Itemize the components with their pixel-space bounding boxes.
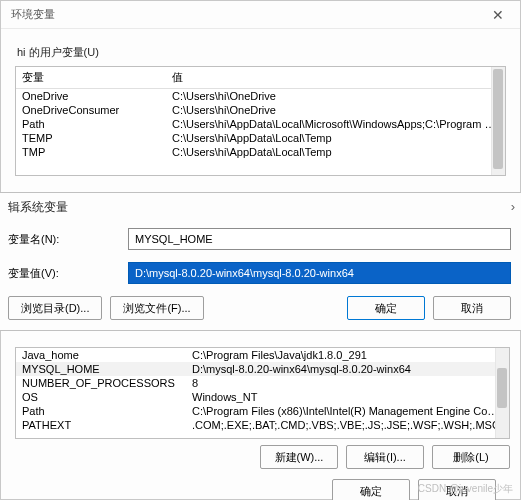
table-row[interactable]: PathC:\Program Files (x86)\Intel\Intel(R… [16, 404, 509, 418]
var-value: C:\Program Files (x86)\Intel\Intel(R) Ma… [186, 404, 509, 418]
table-row[interactable]: Java_homeC:\Program Files\Java\jdk1.8.0_… [16, 348, 509, 362]
new-button[interactable]: 新建(W)... [260, 445, 338, 469]
var-name: Path [16, 117, 166, 131]
edit-cancel-button[interactable]: 取消 [433, 296, 511, 320]
var-name: TEMP [16, 131, 166, 145]
scroll-thumb[interactable] [493, 69, 503, 169]
var-name: OneDriveConsumer [16, 103, 166, 117]
value-label: 变量值(V): [8, 266, 128, 281]
value-row: 变量值(V): [8, 262, 511, 284]
var-name: MYSQL_HOME [16, 362, 186, 376]
scroll-thumb[interactable] [497, 368, 507, 408]
user-vars-table[interactable]: 变量 值 OneDriveC:\Users\hi\OneDriveOneDriv… [16, 67, 505, 159]
var-name: OneDrive [16, 89, 166, 104]
col-header-var[interactable]: 变量 [16, 67, 166, 89]
browse-file-button[interactable]: 浏览文件(F)... [110, 296, 203, 320]
sys-vars-table-wrap: Java_homeC:\Program Files\Java\jdk1.8.0_… [15, 347, 510, 439]
table-row[interactable]: OneDriveConsumerC:\Users\hi\OneDrive [16, 103, 505, 117]
dialog-title: 环境变量 [11, 7, 55, 22]
var-value: C:\Users\hi\AppData\Local\Microsoft\Wind… [166, 117, 505, 131]
content-area: hi 的用户变量(U) 变量 值 OneDriveC:\Users\hi\One… [1, 29, 520, 184]
var-name: TMP [16, 145, 166, 159]
var-value: D:\mysql-8.0.20-winx64\mysql-8.0.20-winx… [186, 362, 509, 376]
col-header-val[interactable]: 值 [166, 67, 505, 89]
watermark: CSDN @juvenile少年 [418, 482, 513, 496]
edit-button-row: 浏览目录(D)... 浏览文件(F)... 确定 取消 [8, 296, 511, 320]
scrollbar[interactable] [491, 67, 505, 175]
var-name: NUMBER_OF_PROCESSORS [16, 376, 186, 390]
var-value: C:\Users\hi\AppData\Local\Temp [166, 131, 505, 145]
var-value: C:\Program Files\Java\jdk1.8.0_291 [186, 348, 509, 362]
ok-button[interactable]: 确定 [332, 479, 410, 500]
close-icon[interactable]: ✕ [486, 7, 510, 23]
var-value: C:\Users\hi\OneDrive [166, 89, 505, 104]
sys-vars-table[interactable]: Java_homeC:\Program Files\Java\jdk1.8.0_… [16, 348, 509, 432]
delete-button[interactable]: 删除(L) [432, 445, 510, 469]
system-vars-section: Java_homeC:\Program Files\Java\jdk1.8.0_… [15, 347, 510, 500]
table-row[interactable]: TEMPC:\Users\hi\AppData\Local\Temp [16, 131, 505, 145]
edit-button[interactable]: 编辑(I)... [346, 445, 424, 469]
var-value: Windows_NT [186, 390, 509, 404]
var-value-input[interactable] [128, 262, 511, 284]
edit-dialog-title: 辑系统变量 [8, 199, 511, 216]
var-value: C:\Users\hi\OneDrive [166, 103, 505, 117]
browse-dir-button[interactable]: 浏览目录(D)... [8, 296, 102, 320]
name-row: 变量名(N): [8, 228, 511, 250]
table-row[interactable]: MYSQL_HOMED:\mysql-8.0.20-winx64\mysql-8… [16, 362, 509, 376]
var-value: .COM;.EXE;.BAT;.CMD;.VBS;.VBE;.JS;.JSE;.… [186, 418, 509, 432]
edit-ok-button[interactable]: 确定 [347, 296, 425, 320]
name-label: 变量名(N): [8, 232, 128, 247]
var-name: OS [16, 390, 186, 404]
scrollbar[interactable] [495, 348, 509, 438]
title-bar: 环境变量 ✕ [1, 1, 520, 29]
chevron-right-icon[interactable]: › [511, 199, 515, 214]
user-vars-label: hi 的用户变量(U) [17, 45, 506, 60]
var-name: PATHEXT [16, 418, 186, 432]
sys-button-row: 新建(W)... 编辑(I)... 删除(L) [15, 445, 510, 469]
table-row[interactable]: PATHEXT.COM;.EXE;.BAT;.CMD;.VBS;.VBE;.JS… [16, 418, 509, 432]
edit-sysvar-dialog: 辑系统变量 › 变量名(N): 变量值(V): 浏览目录(D)... 浏览文件(… [0, 192, 521, 331]
table-row[interactable]: PathC:\Users\hi\AppData\Local\Microsoft\… [16, 117, 505, 131]
table-row[interactable]: NUMBER_OF_PROCESSORS8 [16, 376, 509, 390]
user-vars-table-wrap: 变量 值 OneDriveC:\Users\hi\OneDriveOneDriv… [15, 66, 506, 176]
var-value: C:\Users\hi\AppData\Local\Temp [166, 145, 505, 159]
var-name: Java_home [16, 348, 186, 362]
table-row[interactable]: OneDriveC:\Users\hi\OneDrive [16, 89, 505, 104]
table-row[interactable]: TMPC:\Users\hi\AppData\Local\Temp [16, 145, 505, 159]
table-row[interactable]: OSWindows_NT [16, 390, 509, 404]
var-name-input[interactable] [128, 228, 511, 250]
var-name: Path [16, 404, 186, 418]
var-value: 8 [186, 376, 509, 390]
